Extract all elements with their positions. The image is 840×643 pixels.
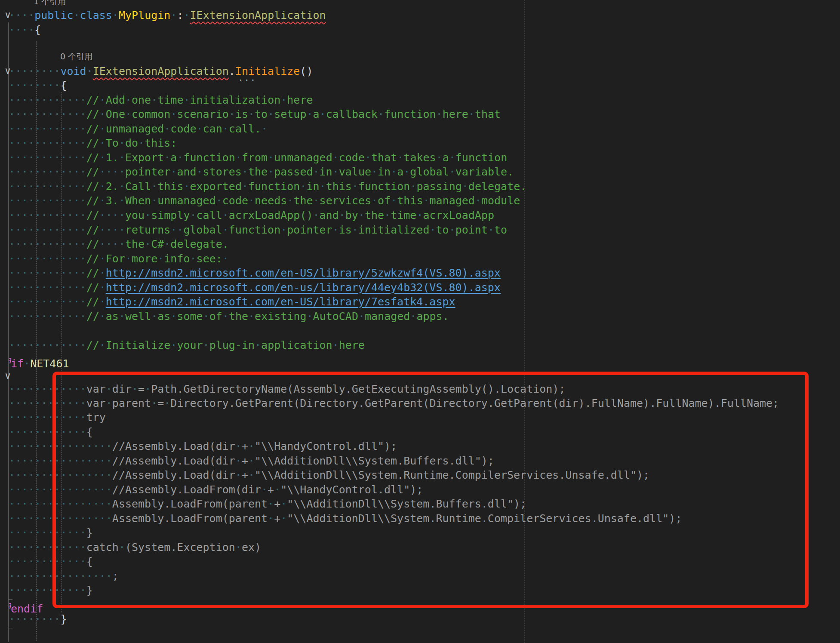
code-line: ············{ — [9, 425, 93, 440]
whitespace-dots: · — [287, 194, 293, 207]
whitespace-dots: ········ — [9, 79, 60, 92]
whitespace-dots: · — [410, 180, 416, 193]
whitespace-dots: ···· — [9, 24, 34, 36]
whitespace-dots: · — [332, 339, 339, 351]
msdn-link[interactable]: http://msdn2.microsoft.com/en-us/library… — [106, 281, 501, 294]
code-token: ················//Assembly.LoadFrom(dir·… — [9, 483, 423, 496]
whitespace-dots: · — [99, 123, 106, 135]
fold-chevron-icon[interactable]: ∨ — [2, 369, 14, 384]
whitespace-dots: · — [99, 281, 106, 294]
whitespace-dots: ············ — [9, 281, 86, 294]
whitespace-dots: ········ — [9, 613, 60, 625]
whitespace-dots: · — [462, 180, 468, 193]
whitespace-dots: ············ — [9, 310, 86, 323]
code-line: ················Assembly.LoadFrom(parent… — [9, 497, 526, 511]
code-token: void — [60, 65, 86, 77]
whitespace-dots: · — [255, 339, 261, 351]
whitespace-dots: · — [261, 123, 268, 135]
code-token: ········ — [9, 65, 60, 77]
whitespace-dots: · — [86, 65, 93, 77]
fold-chevron-icon[interactable]: ∨ — [2, 8, 14, 23]
code-token: · — [74, 9, 80, 22]
whitespace-dots: · — [313, 166, 320, 178]
whitespace-dots: · — [410, 310, 416, 323]
whitespace-dots: ············ — [9, 209, 86, 222]
code-line: ············//·Add·one·time·initializati… — [9, 93, 313, 108]
code-token: ············//·2.·Call·this·exported·fun… — [9, 180, 526, 193]
suggestion-ellipsis: ··· — [238, 78, 256, 83]
code-line: ············//·2.·Call·this·exported·fun… — [9, 179, 526, 194]
code-token: ············//····you·simply·call·acrxLo… — [9, 209, 494, 222]
whitespace-dots: · — [99, 267, 106, 279]
whitespace-dots: · — [164, 123, 170, 135]
whitespace-dots: · — [313, 209, 320, 222]
code-token: ····{ — [9, 24, 41, 36]
whitespace-dots: ···· — [99, 166, 125, 178]
whitespace-dots: ············ — [9, 397, 86, 409]
whitespace-dots: · — [157, 252, 164, 265]
whitespace-dots: ············ — [9, 194, 86, 207]
code-line: ················Assembly.LoadFrom(parent… — [9, 511, 682, 526]
code-token: IExtensionApplication — [190, 9, 326, 22]
code-line: ············//·One·common·scenario·is·to… — [9, 107, 501, 122]
whitespace-dots: · — [280, 94, 287, 106]
whitespace-dots: · — [320, 108, 326, 120]
code-token: ············//·To·do·this: — [9, 137, 177, 149]
code-editor: ····public·class·MyPlugin·:·IExtensionAp… — [0, 0, 840, 643]
whitespace-dots: ············ — [9, 123, 86, 135]
code-line: ············//····returns··global·functi… — [9, 223, 507, 237]
whitespace-dots: · — [280, 498, 287, 510]
whitespace-dots: · — [145, 209, 151, 222]
whitespace-dots: ············ — [9, 180, 86, 193]
whitespace-dots: · — [332, 166, 339, 178]
whitespace-dots: · — [248, 310, 255, 323]
whitespace-dots: · — [449, 224, 455, 236]
whitespace-dots: · — [268, 151, 274, 164]
whitespace-dots: · — [449, 151, 455, 164]
whitespace-dots: ···· — [99, 209, 125, 222]
msdn-link[interactable]: http://msdn2.microsoft.com/en-US/library… — [106, 295, 455, 308]
whitespace-dots: · — [371, 194, 378, 207]
column-ruler — [524, 0, 525, 643]
code-token: ············//·For·more·info·see:· — [9, 252, 229, 265]
code-token: · — [112, 9, 119, 22]
codelens-references[interactable]: 0 个引用 — [60, 51, 92, 62]
whitespace-dots: · — [358, 310, 365, 323]
code-line: ········{ — [9, 78, 67, 93]
whitespace-dots: · — [222, 209, 229, 222]
code-token: ············{ — [9, 555, 93, 568]
code-token: · — [24, 357, 30, 370]
whitespace-dots: · — [391, 194, 397, 207]
whitespace-dots: · — [416, 209, 423, 222]
whitespace-dots: · — [365, 151, 371, 164]
whitespace-dots: · — [352, 224, 358, 236]
whitespace-dots: · — [183, 94, 190, 106]
msdn-link[interactable]: http://msdn2.microsoft.com/en-US/library… — [106, 267, 501, 279]
code-line: ············//·For·more·info·see:· — [9, 252, 229, 266]
whitespace-dots: ················ — [9, 570, 112, 582]
code-token: ············//····returns··global·functi… — [9, 224, 507, 236]
code-token: ················//Assembly.Load(dir·+·"\… — [9, 440, 397, 452]
whitespace-dots: · — [125, 94, 132, 106]
code-token: ············//· — [9, 295, 106, 308]
whitespace-dots: · — [332, 151, 339, 164]
whitespace-dots: · — [99, 180, 106, 193]
whitespace-dots: · — [119, 151, 125, 164]
code-line: #endif — [9, 598, 43, 612]
code-line: ············//·unmanaged·code·can·call.· — [9, 122, 268, 136]
code-line: ············//·http://msdn2.microsoft.co… — [9, 280, 501, 295]
fold-chevron-icon[interactable]: ∨ — [2, 64, 14, 79]
whitespace-dots: · — [429, 224, 436, 236]
whitespace-dots: · — [248, 108, 255, 120]
whitespace-dots: ················ — [9, 498, 112, 510]
codelens-references[interactable]: 1 个引用 — [34, 0, 66, 6]
whitespace-dots: · — [268, 512, 274, 525]
code-line: ····public·class·MyPlugin·:·IExtensionAp… — [9, 8, 326, 23]
whitespace-dots: ···· — [99, 238, 125, 250]
code-line: ········void·IExtensionApplication.Initi… — [9, 64, 313, 79]
whitespace-dots: · — [170, 9, 177, 22]
code-line: ········} — [9, 612, 67, 627]
whitespace-dots: · — [268, 108, 274, 120]
code-token: IExtensionApplication — [93, 65, 229, 77]
code-line: ················//Assembly.Load(dir·+·"\… — [9, 439, 397, 454]
